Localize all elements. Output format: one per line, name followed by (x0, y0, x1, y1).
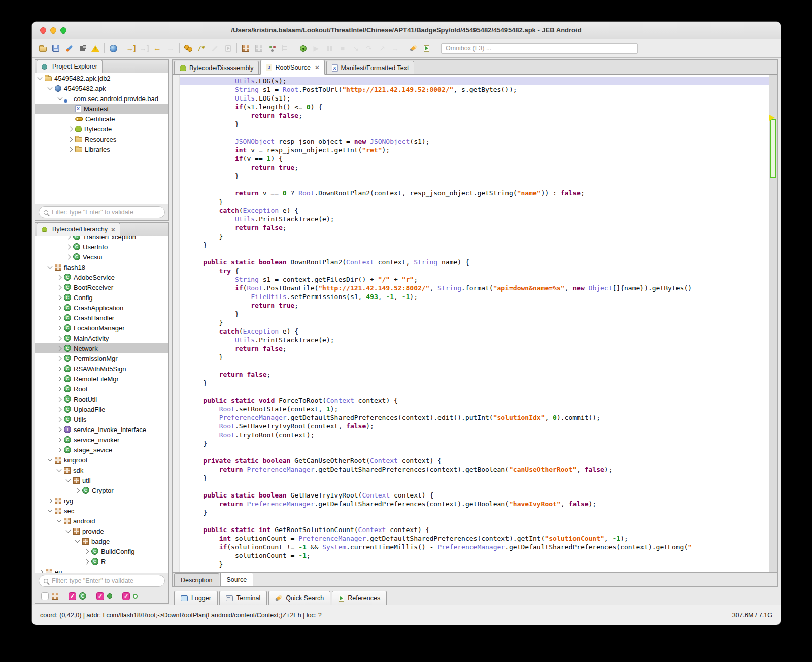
expander-closed-icon[interactable] (68, 126, 73, 131)
project-filter-input[interactable]: Filter: type "Enter" to validate (39, 206, 165, 218)
hierarchy-item-sec[interactable]: sec (35, 506, 168, 516)
comment-icon[interactable]: /* (196, 43, 207, 54)
filter-packages[interactable] (41, 592, 58, 600)
close-icon[interactable]: × (111, 226, 115, 234)
members-dots-icon[interactable] (266, 43, 278, 54)
save-icon[interactable] (50, 43, 61, 54)
highlighter-icon[interactable] (408, 43, 419, 54)
expander-closed-icon[interactable] (84, 559, 89, 564)
hierarchy-item-utils[interactable]: CUtils (35, 414, 168, 424)
expander-closed-icon[interactable] (57, 437, 62, 442)
open-file-icon[interactable] (37, 43, 48, 54)
expander-closed-icon[interactable] (57, 336, 62, 341)
checkbox-unchecked[interactable] (41, 592, 49, 600)
hierarchy-item-locationmanager[interactable]: CLocationManager (35, 323, 168, 333)
hierarchy-item-config[interactable]: CConfig (35, 292, 168, 303)
hierarchy-item-service-invoke-interface[interactable]: Iservice_invoke_interface (35, 424, 168, 435)
expander-closed-icon[interactable] (57, 346, 62, 351)
hierarchy-item-adobeservice[interactable]: CAdobeService (35, 272, 168, 282)
expander-open-icon[interactable] (48, 508, 53, 513)
expander-open-icon[interactable] (66, 477, 71, 482)
expander-closed-icon[interactable] (66, 254, 71, 259)
expander-open-icon[interactable] (38, 75, 43, 80)
hierarchy-filter-input[interactable]: Filter: type "Enter" to validate (39, 575, 165, 587)
hierarchy-item-rootutil[interactable]: CRootUtil (35, 394, 168, 404)
debugger-bug-icon[interactable] (297, 43, 309, 54)
goto-address-icon[interactable]: →] (125, 43, 137, 54)
project-item-45495482-apk[interactable]: 45495482.apk (35, 83, 168, 93)
expander-closed-icon[interactable] (57, 376, 62, 381)
console-tab-terminal[interactable]: Terminal (219, 591, 267, 605)
checkbox-checked[interactable]: ✓ (69, 592, 76, 600)
close-tab-icon[interactable]: × (315, 63, 319, 71)
expander-closed-icon[interactable] (57, 325, 62, 330)
expander-closed-icon[interactable] (48, 498, 53, 503)
hierarchy-item-r[interactable]: CR (35, 556, 168, 567)
expander-closed-icon[interactable] (57, 396, 62, 402)
view-tab-description[interactable]: Description (174, 573, 219, 586)
omnibox-input[interactable]: Omnibox (F3) ... (441, 43, 638, 54)
hierarchy-item-cryptor[interactable]: CCryptor (35, 485, 168, 495)
hierarchy-item-transferexception[interactable]: CTransferException (35, 236, 168, 242)
hierarchy-item-ryg[interactable]: ryg (35, 495, 168, 506)
properties-wrench-icon[interactable] (63, 43, 75, 54)
hierarchy-item-permissionmgr[interactable]: CPermissionMgr (35, 353, 168, 363)
expander-open-icon[interactable] (75, 538, 80, 543)
expander-closed-icon[interactable] (57, 315, 62, 320)
hierarchy-item-vecsui[interactable]: CVecsui (35, 252, 168, 262)
expander-closed-icon[interactable] (57, 285, 62, 290)
hierarchy-item-mainactivity[interactable]: CMainActivity (35, 333, 168, 343)
hierarchy-item-network[interactable]: CNetwork (35, 343, 168, 353)
filter-classes[interactable]: ✓C (69, 592, 86, 600)
expander-closed-icon[interactable] (68, 147, 73, 152)
hierarchy-item-crashhandler[interactable]: CCrashHandler (35, 313, 168, 323)
packages-grid-icon[interactable] (240, 43, 251, 54)
expander-closed-icon[interactable] (66, 236, 71, 239)
editor-tab-manifest-formatted-text[interactable]: XManifest/Formatted Text (326, 61, 415, 74)
expander-closed-icon[interactable] (66, 244, 71, 249)
console-tab-logger[interactable]: Logger (174, 591, 218, 605)
project-item-resources[interactable]: Resources (35, 134, 168, 144)
hierarchy-item-badge[interactable]: badge (35, 536, 168, 546)
expander-closed-icon[interactable] (57, 305, 62, 310)
expander-closed-icon[interactable] (57, 275, 62, 280)
hierarchy-item-android[interactable]: android (35, 516, 168, 526)
expander-closed-icon[interactable] (57, 356, 62, 361)
project-item-certificate[interactable]: Certificate (35, 114, 168, 124)
editor-tab-root-source[interactable]: JRoot/Source× (260, 60, 324, 75)
alerts-icon[interactable] (90, 43, 101, 54)
hierarchy-item-stage-sevice[interactable]: Cstage_sevice (35, 445, 168, 455)
expander-closed-icon[interactable] (57, 417, 62, 422)
expander-closed-icon[interactable] (84, 549, 89, 554)
open-network-icon[interactable] (108, 43, 119, 54)
close-window-button[interactable] (40, 27, 46, 34)
hierarchy-item-service-invoker[interactable]: Cservice_invoker (35, 435, 168, 445)
hierarchy-item-sdk[interactable]: sdk (35, 465, 168, 475)
expander-open-icon[interactable] (57, 518, 62, 523)
expander-closed-icon[interactable] (68, 137, 73, 142)
zoom-window-button[interactable] (60, 27, 66, 34)
hierarchy-item-flash18[interactable]: flash18 (35, 262, 168, 272)
tab-project-explorer[interactable]: Project Explorer (37, 60, 103, 73)
project-tree[interactable]: 45495482.apk.jdb245495482.apkcom.sec.and… (35, 73, 168, 204)
overview-scrollbar[interactable] (769, 75, 777, 572)
project-item-bytecode[interactable]: Bytecode (35, 124, 168, 134)
expander-closed-icon[interactable] (57, 407, 62, 412)
expander-closed-icon[interactable] (57, 386, 62, 391)
hierarchy-item-kingroot[interactable]: kingroot (35, 455, 168, 465)
filter-fields[interactable]: ✓ (122, 592, 138, 600)
code-view[interactable]: Utils.LOG(s); String s1 = Root.PostToUrl… (173, 75, 777, 572)
hierarchy-item-userinfo[interactable]: CUserInfo (35, 242, 168, 252)
decompiled-source[interactable]: Utils.LOG(s); String s1 = Root.PostToUrl… (180, 75, 769, 572)
expander-open-icon[interactable] (48, 85, 53, 90)
expander-open-icon[interactable] (57, 467, 62, 472)
expander-closed-icon[interactable] (57, 295, 62, 300)
export-doc-icon[interactable] (421, 43, 432, 54)
project-item-manifest[interactable]: XManifest (35, 104, 168, 114)
expander-closed-icon[interactable] (57, 366, 62, 371)
expander-open-icon[interactable] (48, 264, 53, 269)
console-tab-references[interactable]: References (332, 591, 387, 605)
tab-bytecode-hierarchy[interactable]: Bytecode/Hierarchy × (37, 223, 120, 236)
view-tab-source[interactable]: Source (220, 572, 254, 586)
hierarchy-item-uploadfile[interactable]: CUploadFile (35, 404, 168, 414)
